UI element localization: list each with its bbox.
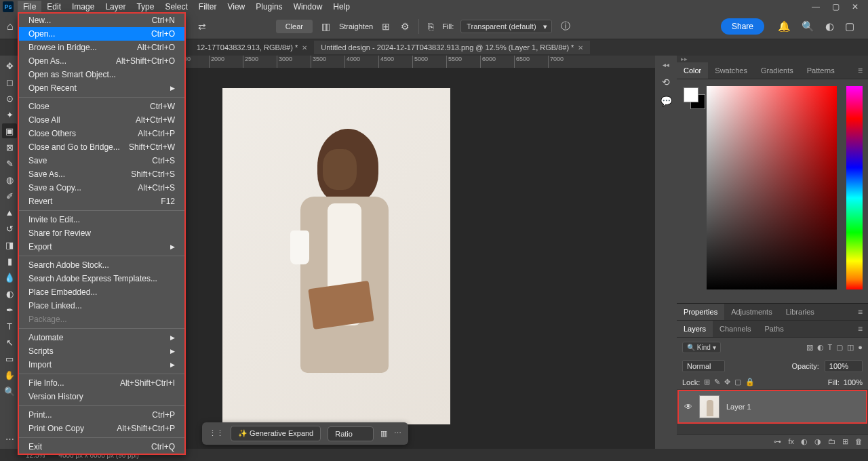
menu-item-import[interactable]: Import▶ — [19, 358, 184, 372]
menu-image[interactable]: Image — [66, 1, 100, 13]
history-icon[interactable]: ⟲ — [662, 77, 670, 87]
hue-slider[interactable] — [846, 86, 863, 289]
drag-handle-icon[interactable]: ⋮⋮ — [209, 429, 224, 438]
menu-file[interactable]: File — [18, 1, 41, 13]
straighten-label[interactable]: Straighten — [339, 22, 373, 31]
panel-tab-adjustments[interactable]: Adjustments — [724, 304, 779, 320]
minimize-icon[interactable]: — — [812, 2, 820, 12]
menu-item-open-recent[interactable]: Open Recent▶ — [19, 81, 184, 95]
menu-item-close-others[interactable]: Close OthersAlt+Ctrl+P — [19, 127, 184, 140]
swap-icon[interactable]: ⇄ — [196, 19, 208, 34]
fill-select[interactable]: Transparent (default) ▾ — [460, 20, 551, 33]
generative-expand-button[interactable]: ✨ Generative Expand — [231, 426, 321, 441]
menu-select[interactable]: Select — [159, 1, 193, 13]
menu-item-open-as-smart-object-[interactable]: Open as Smart Object... — [19, 68, 184, 81]
share-button[interactable]: Share — [721, 18, 764, 35]
panel-tab-layers[interactable]: Layers — [677, 321, 713, 337]
menu-item-print-one-copy[interactable]: Print One CopyAlt+Shift+Ctrl+P — [19, 422, 184, 435]
type-tool[interactable]: T — [2, 319, 17, 334]
group-icon[interactable]: 🗀 — [828, 437, 835, 446]
color-field[interactable] — [707, 86, 837, 289]
menu-item-scripts[interactable]: Scripts▶ — [19, 344, 184, 358]
lock-paint-icon[interactable]: ✎ — [714, 378, 720, 386]
opacity-input[interactable]: 100% — [825, 360, 863, 372]
link-layers-icon[interactable]: ⊶ — [774, 437, 781, 446]
expand-panels-icon[interactable]: ◂◂ — [663, 61, 669, 68]
filter-shape-icon[interactable]: ▢ — [836, 343, 843, 352]
gear-icon[interactable]: ⚙ — [399, 19, 412, 34]
menu-item-browse-in-bridge-[interactable]: Browse in Bridge...Alt+Ctrl+O — [19, 41, 184, 54]
menu-item-search-adobe-stock-[interactable]: Search Adobe Stock... — [19, 258, 184, 272]
collapse-icon[interactable]: ▸▸ — [677, 56, 868, 62]
path-tool[interactable]: ↖ — [2, 335, 17, 350]
brush-tool[interactable]: ✐ — [2, 188, 17, 203]
menu-item-export[interactable]: Export▶ — [19, 240, 184, 254]
menu-plugins[interactable]: Plugins — [250, 1, 288, 13]
menu-item-print-[interactable]: Print...Ctrl+P — [19, 408, 184, 422]
menu-filter[interactable]: Filter — [193, 1, 222, 13]
move-tool[interactable]: ✥ — [2, 58, 17, 73]
menu-item-open-as-[interactable]: Open As...Alt+Shift+Ctrl+O — [19, 54, 184, 68]
menu-item-new-[interactable]: New...Ctrl+N — [19, 14, 184, 27]
pen-tool[interactable]: ✒ — [2, 302, 17, 317]
dodge-tool[interactable]: ◐ — [2, 286, 17, 301]
panel-tab-libraries[interactable]: Libraries — [779, 304, 821, 320]
preset-icon[interactable]: ▥ — [380, 429, 387, 438]
panel-tab-channels[interactable]: Channels — [713, 321, 757, 337]
overlay-icon[interactable]: ▥ — [319, 19, 332, 34]
menu-edit[interactable]: Edit — [41, 1, 66, 13]
filter-smart-icon[interactable]: ◫ — [847, 343, 854, 352]
fill-input[interactable]: 100% — [844, 378, 863, 386]
menu-item-package-[interactable]: Package... — [19, 313, 184, 326]
lasso-tool[interactable]: ⊙ — [2, 91, 17, 106]
menu-window[interactable]: Window — [288, 1, 328, 13]
bell-icon[interactable]: 🔔 — [778, 20, 791, 33]
layer-thumbnail[interactable] — [699, 395, 719, 418]
document-tab[interactable]: Untitled design - 2024-12-17T043832.913.… — [314, 41, 590, 54]
frame-tool[interactable]: ⊠ — [2, 140, 17, 155]
eyedropper-tool[interactable]: ✎ — [2, 156, 17, 171]
panel-tab-color[interactable]: Color — [677, 62, 708, 79]
menu-item-share-for-review[interactable]: Share for Review — [19, 226, 184, 240]
delete-layer-icon[interactable]: 🗑 — [855, 437, 863, 446]
menu-view[interactable]: View — [222, 1, 250, 13]
panel-menu-icon[interactable]: ≡ — [852, 66, 868, 75]
menu-item-open-[interactable]: Open...Ctrl+O — [19, 27, 184, 41]
tab-close-icon[interactable]: ✕ — [578, 44, 583, 52]
wand-tool[interactable]: ✦ — [2, 107, 17, 122]
workspace-icon[interactable]: ▢ — [845, 20, 854, 33]
panel-tab-patterns[interactable]: Patterns — [800, 62, 842, 79]
marquee-tool[interactable]: ◻ — [2, 75, 17, 89]
menu-item-place-embedded-[interactable]: Place Embedded... — [19, 285, 184, 299]
eraser-tool[interactable]: ◨ — [2, 237, 17, 252]
menu-item-automate[interactable]: Automate▶ — [19, 331, 184, 344]
menu-item-save-as-[interactable]: Save As...Shift+Ctrl+S — [19, 167, 184, 181]
help-icon[interactable]: ◐ — [825, 20, 834, 33]
menu-item-save[interactable]: SaveCtrl+S — [19, 154, 184, 167]
filter-adjust-icon[interactable]: ◐ — [817, 343, 824, 352]
menu-item-revert[interactable]: RevertF12 — [19, 195, 184, 208]
tab-close-icon[interactable]: ✕ — [302, 44, 307, 52]
panel-menu-icon[interactable]: ≡ — [852, 307, 868, 317]
filter-type-icon[interactable]: T — [828, 343, 833, 352]
new-layer-icon[interactable]: ⊞ — [842, 437, 848, 446]
home-icon[interactable]: ⌂ — [7, 20, 14, 33]
comments-icon[interactable]: 💬 — [660, 96, 672, 106]
lock-trans-icon[interactable]: ⊞ — [704, 378, 710, 386]
shape-tool[interactable]: ▭ — [2, 351, 17, 366]
more-icon[interactable]: ⋯ — [394, 429, 401, 438]
blur-tool[interactable]: 💧 — [2, 270, 17, 285]
filter-pixel-icon[interactable]: ▧ — [806, 343, 813, 352]
menu-item-place-linked-[interactable]: Place Linked... — [19, 299, 184, 313]
heal-tool[interactable]: ◍ — [2, 172, 17, 187]
info-icon[interactable]: ⓘ — [559, 18, 572, 35]
layer-visibility-icon[interactable]: 👁 — [684, 402, 692, 412]
lock-artboard-icon[interactable]: ▢ — [734, 378, 741, 386]
document-tab[interactable]: 12-17T043832.913, RGB/8#) *✕ — [190, 41, 314, 54]
menu-item-exit[interactable]: ExitCtrl+Q — [19, 440, 184, 454]
panel-tab-paths[interactable]: Paths — [758, 321, 791, 337]
blend-mode-select[interactable]: Normal — [682, 360, 725, 372]
foreground-color-swatch[interactable] — [684, 87, 698, 102]
lock-pos-icon[interactable]: ✥ — [724, 378, 730, 386]
menu-item-close-and-go-to-bridge-[interactable]: Close and Go to Bridge...Shift+Ctrl+W — [19, 140, 184, 154]
